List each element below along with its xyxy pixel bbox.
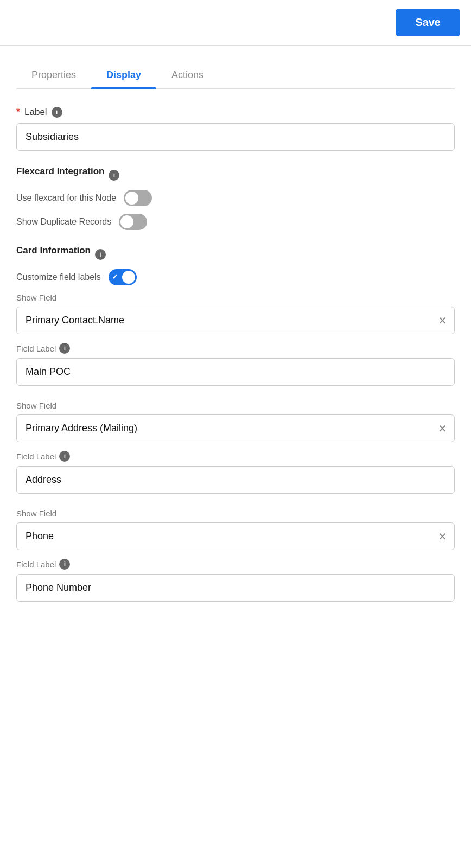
card-info-heading-row: Card Information i bbox=[16, 245, 455, 264]
field-label-2-input[interactable] bbox=[16, 466, 455, 494]
flexcard-toggle2-slider bbox=[119, 214, 147, 230]
field-label-1-info-icon[interactable]: i bbox=[59, 343, 70, 354]
flexcard-toggle1-label: Use flexcard for this Node bbox=[16, 193, 116, 203]
label-field-text: Label bbox=[24, 107, 47, 118]
field-label-1-text: Field Label bbox=[16, 344, 56, 353]
flexcard-info-icon[interactable]: i bbox=[109, 170, 119, 181]
field-label-3-info-icon[interactable]: i bbox=[59, 559, 70, 570]
show-field-2-input[interactable] bbox=[16, 414, 455, 442]
card-info-heading: Card Information bbox=[16, 245, 91, 256]
show-field-1-input[interactable] bbox=[16, 307, 455, 334]
field-label-3-row: Field Label i bbox=[16, 559, 455, 570]
required-star: * bbox=[16, 106, 20, 118]
field-label-2-info-icon[interactable]: i bbox=[59, 451, 70, 462]
flexcard-toggle1-row: Use flexcard for this Node bbox=[16, 190, 455, 206]
customize-toggle-row: Customize field labels ✓ bbox=[16, 269, 455, 285]
show-field-1-section: Show Field ✕ Field Label i bbox=[16, 293, 455, 386]
card-info-section: Card Information i Customize field label… bbox=[16, 245, 455, 602]
show-field-3-clear-icon[interactable]: ✕ bbox=[438, 530, 447, 543]
label-input[interactable] bbox=[16, 123, 455, 151]
flexcard-toggle1[interactable] bbox=[124, 190, 152, 206]
show-field-3-label: Show Field bbox=[16, 509, 455, 518]
flexcard-heading-row: Flexcard Integration i bbox=[16, 166, 455, 184]
label-heading-row: * Label i bbox=[16, 106, 455, 118]
customize-toggle[interactable]: ✓ bbox=[109, 269, 137, 285]
show-field-2-label: Show Field bbox=[16, 401, 455, 410]
field-label-1-row: Field Label i bbox=[16, 343, 455, 354]
flexcard-heading: Flexcard Integration bbox=[16, 166, 104, 177]
field-label-3-text: Field Label bbox=[16, 560, 56, 569]
flexcard-toggle2-label: Show Duplicate Records bbox=[16, 217, 111, 227]
show-field-2-clear-icon[interactable]: ✕ bbox=[438, 422, 447, 435]
show-field-1-label: Show Field bbox=[16, 293, 455, 302]
tab-actions[interactable]: Actions bbox=[156, 62, 219, 88]
show-field-1-wrap: ✕ bbox=[16, 307, 455, 334]
tab-display[interactable]: Display bbox=[91, 62, 156, 88]
show-field-2-wrap: ✕ bbox=[16, 414, 455, 442]
flexcard-toggle1-slider bbox=[124, 190, 152, 206]
main-content: Properties Display Actions * Label i Fle… bbox=[0, 46, 471, 639]
label-section: * Label i bbox=[16, 106, 455, 151]
show-field-2-section: Show Field ✕ Field Label i bbox=[16, 401, 455, 494]
field-label-2-text: Field Label bbox=[16, 452, 56, 461]
tabs-container: Properties Display Actions bbox=[16, 62, 455, 89]
show-field-3-section: Show Field ✕ Field Label i bbox=[16, 509, 455, 602]
save-button[interactable]: Save bbox=[396, 9, 460, 36]
field-label-3-input[interactable] bbox=[16, 574, 455, 602]
show-field-3-wrap: ✕ bbox=[16, 522, 455, 550]
flexcard-section: Flexcard Integration i Use flexcard for … bbox=[16, 166, 455, 230]
show-field-3-input[interactable] bbox=[16, 522, 455, 550]
card-info-icon[interactable]: i bbox=[95, 249, 106, 260]
field-label-1-input[interactable] bbox=[16, 358, 455, 386]
flexcard-toggle2[interactable] bbox=[119, 214, 147, 230]
flexcard-toggle2-row: Show Duplicate Records bbox=[16, 214, 455, 230]
top-bar: Save bbox=[0, 0, 471, 46]
tab-properties[interactable]: Properties bbox=[16, 62, 91, 88]
show-field-1-clear-icon[interactable]: ✕ bbox=[438, 314, 447, 327]
customize-toggle-slider bbox=[109, 269, 137, 285]
field-label-2-row: Field Label i bbox=[16, 451, 455, 462]
label-info-icon[interactable]: i bbox=[52, 107, 62, 118]
customize-label: Customize field labels bbox=[16, 272, 101, 282]
